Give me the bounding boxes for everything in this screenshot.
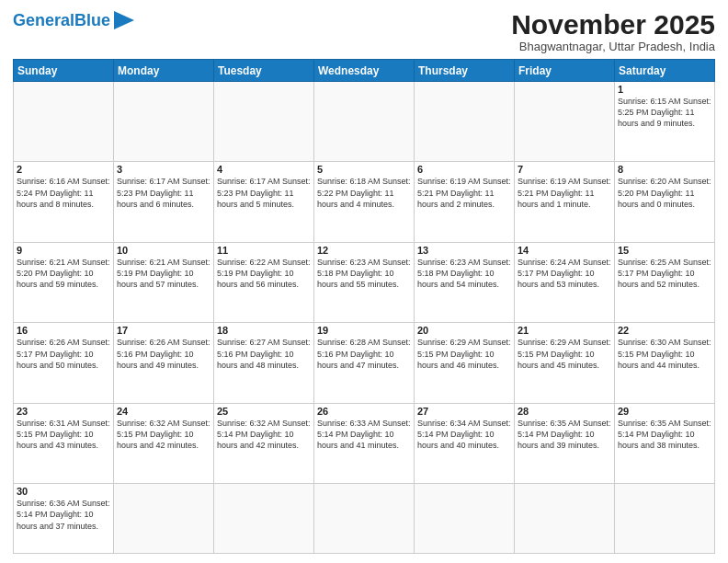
day-info: Sunrise: 6:32 AM Sunset: 5:14 PM Dayligh… (217, 419, 311, 450)
logo-text: GeneralBlue (13, 12, 110, 30)
header: GeneralBlue November 2025 Bhagwantnagar,… (13, 9, 715, 53)
day-info: Sunrise: 6:19 AM Sunset: 5:21 PM Dayligh… (417, 177, 511, 208)
table-row (415, 484, 515, 554)
table-row: 16Sunrise: 6:26 AM Sunset: 5:17 PM Dayli… (14, 323, 114, 403)
day-info: Sunrise: 6:29 AM Sunset: 5:15 PM Dayligh… (417, 338, 511, 369)
table-row (314, 82, 415, 162)
table-row: 14Sunrise: 6:24 AM Sunset: 5:17 PM Dayli… (515, 242, 615, 322)
day-number: 7 (518, 164, 611, 175)
table-row (214, 82, 314, 162)
table-row (214, 484, 314, 554)
day-info: Sunrise: 6:16 AM Sunset: 5:24 PM Dayligh… (17, 177, 110, 208)
table-row (114, 82, 214, 162)
day-number: 3 (117, 164, 210, 175)
day-number: 26 (317, 406, 411, 417)
table-row: 1Sunrise: 6:15 AM Sunset: 5:25 PM Daylig… (615, 82, 715, 162)
day-info: Sunrise: 6:15 AM Sunset: 5:25 PM Dayligh… (618, 97, 711, 128)
day-number: 5 (317, 164, 411, 175)
day-number: 8 (618, 164, 711, 175)
table-row: 29Sunrise: 6:35 AM Sunset: 5:14 PM Dayli… (615, 403, 715, 483)
table-row: 5Sunrise: 6:18 AM Sunset: 5:22 PM Daylig… (314, 162, 415, 242)
day-info: Sunrise: 6:28 AM Sunset: 5:16 PM Dayligh… (317, 338, 411, 369)
day-info: Sunrise: 6:17 AM Sunset: 5:23 PM Dayligh… (217, 177, 311, 208)
table-row: 22Sunrise: 6:30 AM Sunset: 5:15 PM Dayli… (615, 323, 715, 403)
day-number: 25 (217, 406, 311, 417)
col-sunday: Sunday (14, 60, 114, 82)
col-monday: Monday (114, 60, 214, 82)
day-info: Sunrise: 6:23 AM Sunset: 5:18 PM Dayligh… (317, 258, 411, 289)
logo-general: General (13, 11, 74, 29)
day-number: 1 (618, 84, 711, 95)
table-row: 2Sunrise: 6:16 AM Sunset: 5:24 PM Daylig… (14, 162, 114, 242)
day-number: 27 (417, 406, 511, 417)
day-info: Sunrise: 6:22 AM Sunset: 5:19 PM Dayligh… (217, 258, 311, 289)
table-row: 4Sunrise: 6:17 AM Sunset: 5:23 PM Daylig… (214, 162, 314, 242)
table-row: 12Sunrise: 6:23 AM Sunset: 5:18 PM Dayli… (314, 242, 415, 322)
table-row: 19Sunrise: 6:28 AM Sunset: 5:16 PM Dayli… (314, 323, 415, 403)
table-row (14, 82, 114, 162)
day-number: 6 (417, 164, 511, 175)
day-info: Sunrise: 6:32 AM Sunset: 5:15 PM Dayligh… (117, 419, 210, 450)
day-info: Sunrise: 6:35 AM Sunset: 5:14 PM Dayligh… (618, 419, 711, 450)
title-area: November 2025 Bhagwantnagar, Uttar Prade… (511, 9, 715, 53)
table-row: 10Sunrise: 6:21 AM Sunset: 5:19 PM Dayli… (114, 242, 214, 322)
day-number: 20 (417, 325, 511, 336)
logo-blue: Blue (74, 11, 110, 29)
svg-marker-0 (114, 11, 134, 29)
day-number: 17 (117, 325, 210, 336)
day-number: 28 (518, 406, 611, 417)
table-row: 20Sunrise: 6:29 AM Sunset: 5:15 PM Dayli… (415, 323, 515, 403)
day-info: Sunrise: 6:31 AM Sunset: 5:15 PM Dayligh… (17, 419, 110, 450)
day-number: 29 (618, 406, 711, 417)
table-row: 13Sunrise: 6:23 AM Sunset: 5:18 PM Dayli… (415, 242, 515, 322)
table-row: 6Sunrise: 6:19 AM Sunset: 5:21 PM Daylig… (415, 162, 515, 242)
table-row (515, 484, 615, 554)
day-info: Sunrise: 6:21 AM Sunset: 5:20 PM Dayligh… (17, 258, 110, 289)
page: GeneralBlue November 2025 Bhagwantnagar,… (0, 0, 728, 563)
col-thursday: Thursday (415, 60, 515, 82)
day-number: 24 (117, 406, 210, 417)
table-row (415, 82, 515, 162)
day-number: 30 (17, 486, 110, 497)
table-row: 9Sunrise: 6:21 AM Sunset: 5:20 PM Daylig… (14, 242, 114, 322)
day-number: 13 (417, 245, 511, 256)
col-tuesday: Tuesday (214, 60, 314, 82)
day-number: 22 (618, 325, 711, 336)
table-row: 7Sunrise: 6:19 AM Sunset: 5:21 PM Daylig… (515, 162, 615, 242)
day-info: Sunrise: 6:34 AM Sunset: 5:14 PM Dayligh… (417, 419, 511, 450)
day-info: Sunrise: 6:24 AM Sunset: 5:17 PM Dayligh… (518, 258, 611, 289)
day-info: Sunrise: 6:25 AM Sunset: 5:17 PM Dayligh… (618, 258, 711, 289)
col-friday: Friday (515, 60, 615, 82)
table-row: 11Sunrise: 6:22 AM Sunset: 5:19 PM Dayli… (214, 242, 314, 322)
table-row: 18Sunrise: 6:27 AM Sunset: 5:16 PM Dayli… (214, 323, 314, 403)
day-info: Sunrise: 6:33 AM Sunset: 5:14 PM Dayligh… (317, 419, 411, 450)
day-info: Sunrise: 6:23 AM Sunset: 5:18 PM Dayligh… (417, 258, 511, 289)
day-number: 23 (17, 406, 110, 417)
table-row: 3Sunrise: 6:17 AM Sunset: 5:23 PM Daylig… (114, 162, 214, 242)
col-wednesday: Wednesday (314, 60, 415, 82)
calendar-header-row: Sunday Monday Tuesday Wednesday Thursday… (14, 60, 715, 82)
calendar-table: Sunday Monday Tuesday Wednesday Thursday… (13, 59, 715, 554)
day-info: Sunrise: 6:36 AM Sunset: 5:14 PM Dayligh… (17, 499, 110, 530)
subtitle: Bhagwantnagar, Uttar Pradesh, India (511, 40, 715, 53)
table-row: 23Sunrise: 6:31 AM Sunset: 5:15 PM Dayli… (14, 403, 114, 483)
day-info: Sunrise: 6:26 AM Sunset: 5:17 PM Dayligh… (17, 338, 110, 369)
day-number: 21 (518, 325, 611, 336)
table-row: 25Sunrise: 6:32 AM Sunset: 5:14 PM Dayli… (214, 403, 314, 483)
day-info: Sunrise: 6:35 AM Sunset: 5:14 PM Dayligh… (518, 419, 611, 450)
table-row: 17Sunrise: 6:26 AM Sunset: 5:16 PM Dayli… (114, 323, 214, 403)
table-row (515, 82, 615, 162)
table-row: 28Sunrise: 6:35 AM Sunset: 5:14 PM Dayli… (515, 403, 615, 483)
day-number: 12 (317, 245, 411, 256)
table-row: 24Sunrise: 6:32 AM Sunset: 5:15 PM Dayli… (114, 403, 214, 483)
table-row: 8Sunrise: 6:20 AM Sunset: 5:20 PM Daylig… (615, 162, 715, 242)
day-info: Sunrise: 6:27 AM Sunset: 5:16 PM Dayligh… (217, 338, 311, 369)
table-row: 26Sunrise: 6:33 AM Sunset: 5:14 PM Dayli… (314, 403, 415, 483)
day-number: 18 (217, 325, 311, 336)
day-number: 15 (618, 245, 711, 256)
col-saturday: Saturday (615, 60, 715, 82)
day-info: Sunrise: 6:29 AM Sunset: 5:15 PM Dayligh… (518, 338, 611, 369)
table-row (615, 484, 715, 554)
day-number: 19 (317, 325, 411, 336)
day-number: 2 (17, 164, 110, 175)
